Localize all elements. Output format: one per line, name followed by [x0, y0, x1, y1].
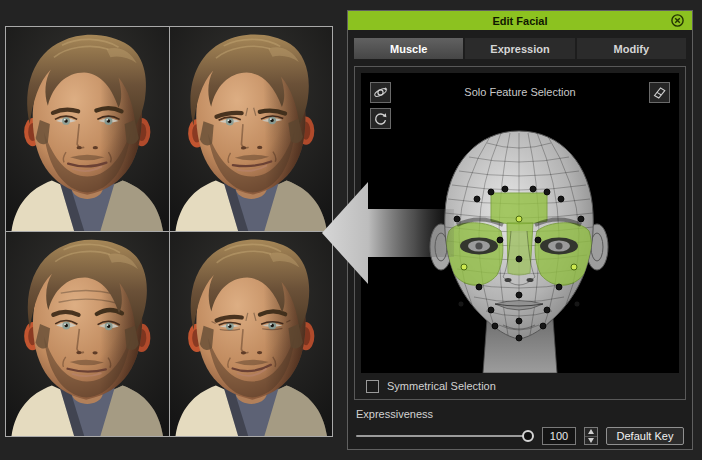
expressiveness-controls: 100 Default Key [356, 427, 684, 445]
reset-rotation-button[interactable] [370, 108, 391, 129]
orbit-rotate-icon [373, 85, 388, 100]
orbit-rotate-button[interactable] [370, 82, 391, 103]
tab-modify[interactable]: Modify [577, 38, 686, 59]
portrait-render-3 [6, 232, 169, 436]
panel-header: Edit Facial [348, 11, 692, 30]
default-key-button[interactable]: Default Key [606, 427, 684, 445]
expression-preview-grid [5, 26, 333, 437]
expressiveness-value[interactable]: 100 [542, 427, 576, 445]
viewport-caption: Solo Feature Selection [361, 86, 679, 98]
portrait-render-2 [170, 27, 333, 231]
spinner-up-button[interactable] [585, 428, 597, 437]
portrait-cell-1 [6, 27, 169, 231]
transfer-arrow-icon [318, 176, 458, 290]
expressiveness-label: Expressiveness [356, 408, 692, 420]
tab-bar: Muscle Expression Modify [354, 38, 686, 59]
expressiveness-spinner [584, 427, 598, 445]
symmetrical-label: Symmetrical Selection [387, 380, 496, 392]
panel-title: Edit Facial [492, 15, 547, 27]
expressiveness-slider[interactable] [356, 427, 534, 445]
eraser-icon [652, 85, 667, 100]
tab-muscle[interactable]: Muscle [354, 38, 463, 59]
close-icon[interactable] [671, 14, 684, 27]
slider-groove[interactable] [356, 435, 529, 437]
clear-selection-button[interactable] [649, 82, 670, 103]
symmetrical-row: Symmetrical Selection [361, 373, 679, 399]
symmetrical-checkbox[interactable] [366, 380, 379, 393]
reset-rotation-icon [373, 111, 388, 126]
spinner-down-icon [588, 438, 594, 443]
portrait-cell-4 [170, 232, 333, 436]
spinner-down-button[interactable] [585, 437, 597, 445]
spinner-up-icon [588, 429, 594, 434]
slider-handle[interactable] [522, 430, 534, 442]
tab-expression[interactable]: Expression [465, 38, 574, 59]
portrait-render-4 [170, 232, 333, 436]
portrait-render-1 [6, 27, 169, 231]
portrait-cell-3 [6, 232, 169, 436]
portrait-cell-2 [170, 27, 333, 231]
